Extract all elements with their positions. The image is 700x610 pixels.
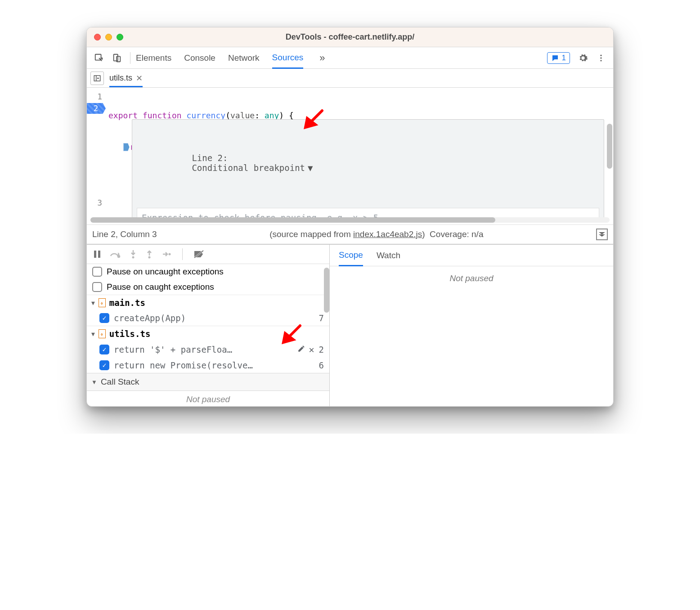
- breakpoint-type-dropdown[interactable]: Conditional breakpoint ▼: [192, 163, 313, 173]
- svg-rect-1: [114, 54, 118, 61]
- more-tabs-icon[interactable]: »: [316, 52, 328, 64]
- svg-point-9: [118, 256, 120, 257]
- file-tab-label: utils.ts: [109, 73, 132, 83]
- panel-tabs: Elements Console Network Sources »: [136, 47, 329, 68]
- triangle-down-icon: ▼: [91, 331, 95, 337]
- tab-sources[interactable]: Sources: [272, 48, 304, 69]
- scope-watch-tabs: Scope Watch: [330, 245, 613, 266]
- chevron-down-icon: ▼: [308, 163, 313, 173]
- titlebar: DevTools - coffee-cart.netlify.app/: [87, 27, 613, 47]
- close-tab-icon[interactable]: ✕: [136, 73, 143, 83]
- line-number[interactable]: 1: [87, 90, 102, 103]
- step-icon[interactable]: [162, 250, 171, 258]
- file-tab-bar: utils.ts ✕: [87, 69, 613, 88]
- settings-gear-icon[interactable]: [575, 50, 591, 66]
- file-tab-utils[interactable]: utils.ts ✕: [109, 69, 143, 87]
- annotation-arrow-icon: [280, 323, 302, 346]
- kebab-menu-icon[interactable]: [593, 50, 609, 66]
- checkbox[interactable]: ✓: [99, 345, 109, 354]
- step-out-icon[interactable]: [145, 249, 153, 259]
- source-map-link[interactable]: index.1ac4eab2.js: [353, 229, 422, 239]
- minimize-window-button[interactable]: [105, 34, 112, 40]
- tab-scope[interactable]: Scope: [339, 245, 363, 266]
- checkbox[interactable]: [92, 282, 102, 292]
- call-stack-header[interactable]: ▼ Call Stack: [87, 373, 329, 391]
- svg-point-10: [132, 256, 135, 259]
- source-map-info: (source mapped from index.1ac4eab2.js) C…: [269, 229, 483, 239]
- file-icon: ⬨: [99, 298, 106, 307]
- window-controls: [94, 34, 123, 40]
- divider: [130, 52, 130, 64]
- pause-caught-row[interactable]: Pause on caught exceptions: [87, 279, 329, 295]
- vertical-scrollbar[interactable]: [607, 124, 612, 169]
- device-toggle-icon[interactable]: [109, 50, 125, 66]
- pause-icon[interactable]: [93, 250, 101, 259]
- checkbox[interactable]: ✓: [99, 313, 109, 323]
- condition-input[interactable]: Expression to check before pausing, e.g.…: [137, 208, 599, 217]
- call-stack-empty: Not paused: [87, 391, 329, 406]
- step-into-icon[interactable]: [129, 249, 137, 259]
- maximize-window-button[interactable]: [117, 34, 123, 40]
- edit-pencil-icon[interactable]: [297, 345, 305, 354]
- svg-point-5: [600, 60, 601, 61]
- svg-point-12: [169, 253, 171, 256]
- devtools-window: DevTools - coffee-cart.netlify.app/ Elem…: [86, 27, 614, 407]
- svg-point-3: [600, 54, 601, 56]
- svg-rect-8: [98, 251, 100, 258]
- debugger-toolbar: [87, 245, 329, 264]
- tab-console[interactable]: Console: [184, 47, 215, 68]
- debugger-pane: Pause on uncaught exceptions Pause on ca…: [87, 244, 613, 406]
- pause-uncaught-row[interactable]: Pause on uncaught exceptions: [87, 264, 329, 279]
- breakpoints-panel: Pause on uncaught exceptions Pause on ca…: [87, 264, 329, 406]
- svg-point-4: [600, 57, 601, 58]
- code-editor[interactable]: 1 2 3 export function currency(value: an…: [87, 88, 613, 217]
- deactivate-breakpoints-icon[interactable]: [193, 250, 204, 259]
- annotation-arrow-icon: [302, 108, 324, 131]
- code-content[interactable]: export function currency(value: any) { r…: [105, 88, 613, 217]
- gutter[interactable]: 1 2 3: [87, 88, 105, 217]
- close-window-button[interactable]: [94, 34, 101, 40]
- toggle-bottom-panel-icon[interactable]: [596, 229, 608, 240]
- remove-x-icon[interactable]: ✕: [309, 344, 314, 355]
- debugger-left-pane: Pause on uncaught exceptions Pause on ca…: [87, 245, 330, 406]
- svg-point-11: [148, 256, 151, 259]
- window-title: DevTools - coffee-cart.netlify.app/: [87, 32, 613, 42]
- conditional-breakpoint-dialog: Line 2: Conditional breakpoint ▼ Express…: [132, 119, 604, 217]
- file-group-header[interactable]: ▼ ⬨ main.ts: [87, 295, 329, 310]
- debugger-right-pane: Scope Watch Not paused: [330, 245, 613, 406]
- line-number[interactable]: 3: [87, 197, 102, 209]
- column-breakpoint-icon[interactable]: [123, 143, 130, 151]
- breakpoint-row[interactable]: ✓ return new Promise(resolve… 6: [87, 358, 329, 373]
- checkbox[interactable]: [92, 267, 102, 277]
- vertical-scrollbar[interactable]: [324, 268, 329, 313]
- scrollbar-thumb[interactable]: [90, 217, 495, 223]
- main-toolbar: Elements Console Network Sources » 1: [87, 47, 613, 69]
- line-breakpoint-marker[interactable]: 2: [87, 103, 106, 114]
- step-over-icon[interactable]: [109, 250, 121, 259]
- checkbox[interactable]: ✓: [99, 360, 109, 370]
- issues-badge[interactable]: 1: [547, 52, 570, 64]
- scope-empty: Not paused: [330, 266, 613, 406]
- triangle-down-icon: ▼: [91, 300, 95, 306]
- breakpoint-row[interactable]: ✓ return '$' + parseFloa… ✕ 2: [87, 341, 329, 358]
- inspect-element-icon[interactable]: [91, 50, 107, 66]
- cursor-position: Line 2, Column 3: [92, 229, 157, 239]
- coverage-info: Coverage: n/a: [430, 229, 483, 239]
- svg-rect-7: [94, 251, 96, 258]
- horizontal-scrollbar[interactable]: [90, 217, 610, 223]
- navigator-toggle-icon[interactable]: [90, 72, 104, 85]
- status-bar: Line 2, Column 3 (source mapped from ind…: [87, 224, 613, 244]
- issues-count: 1: [562, 54, 566, 63]
- tab-elements[interactable]: Elements: [136, 47, 171, 68]
- cond-header: Line 2: Conditional breakpoint ▼: [132, 139, 604, 187]
- triangle-down-icon: ▼: [91, 379, 97, 386]
- tab-network[interactable]: Network: [228, 47, 260, 68]
- tab-watch[interactable]: Watch: [377, 245, 400, 266]
- file-icon: ⬨: [99, 329, 106, 338]
- speech-bubble-icon: [551, 54, 559, 62]
